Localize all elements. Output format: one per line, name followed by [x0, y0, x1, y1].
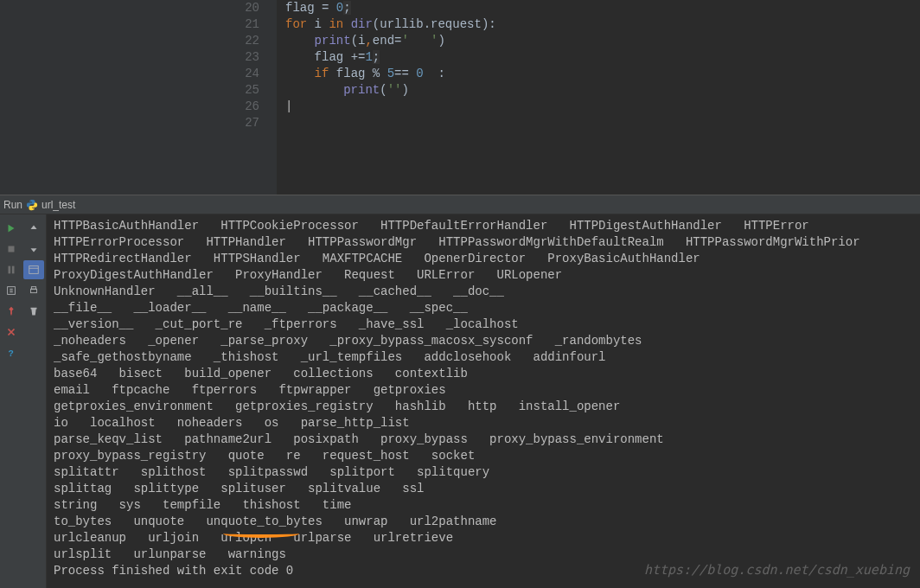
run-config-name: url_test: [42, 199, 75, 211]
line-number-gutter: 2021222324252627: [0, 0, 277, 195]
down-button[interactable]: [23, 240, 44, 259]
run-tab-header[interactable]: Run url_test: [0, 195, 920, 214]
line-number: 27: [0, 115, 259, 131]
rerun-button[interactable]: [1, 219, 22, 238]
print-button[interactable]: [23, 281, 44, 300]
line-number: 26: [0, 99, 259, 115]
console-output[interactable]: HTTPBasicAuthHandler HTTPCookieProcessor…: [47, 214, 920, 588]
watermark-text: https://blog.csdn.net/csdn_xuebing: [644, 562, 910, 578]
svg-rect-6: [31, 289, 37, 292]
svg-rect-1: [9, 266, 11, 274]
run-toolbar: ?: [0, 214, 47, 588]
line-number: 21: [0, 16, 259, 33]
line-number: 24: [0, 66, 259, 82]
svg-rect-7: [31, 287, 35, 290]
code-line[interactable]: for i in dir(urllib.request):: [285, 16, 920, 33]
code-line[interactable]: |: [285, 99, 920, 115]
svg-text:?: ?: [9, 348, 14, 359]
svg-rect-3: [29, 266, 39, 274]
run-tab-label: Run: [3, 199, 22, 211]
annotation-underline: [223, 529, 299, 538]
trash-button[interactable]: [23, 302, 44, 321]
caret: |: [285, 99, 292, 113]
code-line[interactable]: if flag % 5== 0 :: [285, 66, 920, 82]
close-button[interactable]: [1, 323, 22, 342]
stop-button[interactable]: [1, 240, 22, 259]
line-number: 23: [0, 49, 259, 66]
python-icon: [26, 199, 38, 211]
pin-button[interactable]: [1, 302, 22, 321]
code-line[interactable]: print(''): [285, 82, 920, 99]
line-number: 22: [0, 33, 259, 49]
code-line[interactable]: print(i,end=' '): [285, 33, 920, 49]
pause-button[interactable]: [1, 260, 22, 279]
svg-rect-0: [9, 246, 15, 252]
line-number: 20: [0, 0, 259, 16]
export-button[interactable]: [1, 281, 22, 300]
code-editor[interactable]: 2021222324252627 flag = 0;for i in dir(u…: [0, 0, 920, 195]
line-number: 25: [0, 82, 259, 99]
run-tool-window: Run url_test: [0, 195, 920, 588]
up-button[interactable]: [23, 219, 44, 238]
code-line[interactable]: flag = 0;: [285, 0, 920, 16]
layout-button[interactable]: [23, 260, 44, 279]
help-button[interactable]: ?: [1, 343, 22, 362]
code-area[interactable]: flag = 0;for i in dir(urllib.request): p…: [277, 0, 920, 195]
svg-rect-2: [12, 266, 15, 274]
code-line[interactable]: flag +=1;: [285, 49, 920, 66]
